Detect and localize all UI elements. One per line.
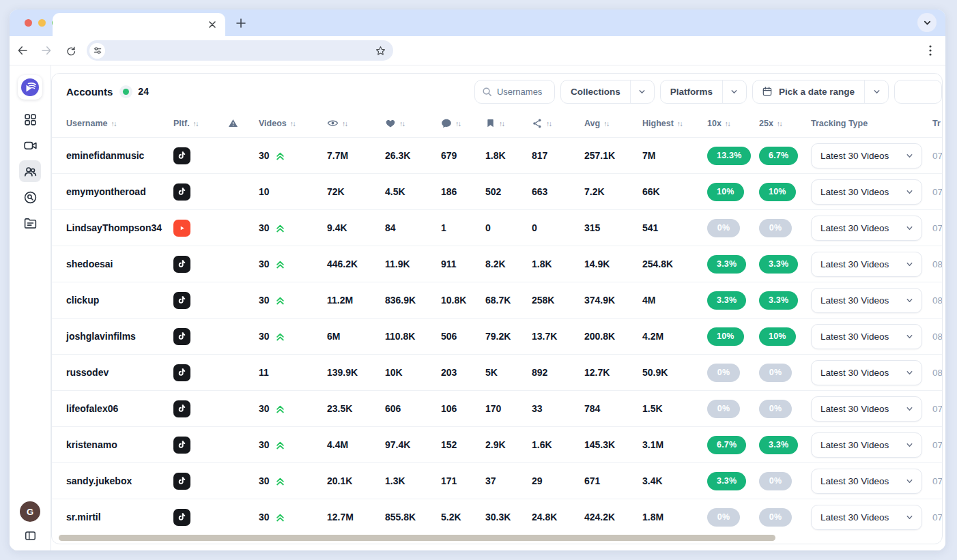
chevron-down-icon[interactable] [723, 87, 746, 96]
col-username[interactable]: Username↑↓ [66, 119, 173, 128]
col-10x[interactable]: 10x↑↓ [707, 119, 759, 128]
col-videos[interactable]: Videos↑↓ [259, 119, 327, 128]
reload-icon[interactable] [61, 41, 80, 60]
horizontal-scrollbar[interactable] [59, 535, 775, 541]
table-row[interactable]: LindsayThompson34 30 9.4K 84 1 0 0 315 5… [52, 209, 942, 246]
sort-icon[interactable]: ↑↓ [725, 119, 730, 128]
tracking-type-select[interactable]: Latest 30 Videos [811, 505, 922, 530]
table-row[interactable]: sr.mirtil 30 12.7M 855.8K 5.2K 30.3K 24.… [52, 499, 942, 535]
sort-icon[interactable]: ↑↓ [455, 119, 461, 128]
sort-icon[interactable]: ↑↓ [193, 119, 199, 128]
sort-icon[interactable]: ↑↓ [546, 119, 552, 128]
chevron-down-icon[interactable] [865, 87, 888, 96]
table-row[interactable]: sandy.jukebox 30 20.1K 1.3K 171 37 29 67… [52, 462, 942, 499]
sort-icon[interactable]: ↑↓ [399, 119, 405, 128]
forward-icon[interactable] [37, 41, 56, 60]
25x-badge: 6.7% [759, 147, 798, 165]
tracking-type-select[interactable]: Latest 30 Videos [811, 252, 922, 277]
col-views[interactable]: ↑↓ [327, 117, 385, 129]
10x-badge: 0% [707, 400, 740, 418]
10x-cell: 0% [707, 508, 759, 527]
col-comments[interactable]: ↑↓ [441, 118, 485, 129]
col-highest[interactable]: Highest↑↓ [642, 119, 707, 128]
col-25x[interactable]: 25x↑↓ [759, 119, 811, 128]
25x-badge: 0% [759, 472, 792, 490]
sort-icon[interactable]: ↑↓ [777, 119, 782, 128]
usernames-search[interactable] [474, 80, 555, 104]
username-cell[interactable]: sandy.jukebox [66, 475, 173, 486]
address-bar[interactable] [87, 40, 393, 61]
25x-badge: 0% [759, 219, 792, 237]
username-cell[interactable]: LindsayThompson34 [66, 222, 173, 233]
sidebar-item-discover[interactable] [19, 186, 41, 208]
platform-cell [173, 437, 228, 454]
tracking-type-select[interactable]: Latest 30 Videos [811, 216, 922, 241]
tracking-type-cell: Latest 30 Videos [811, 432, 932, 458]
sort-icon[interactable]: ↑↓ [499, 119, 504, 128]
avg-cell: 14.9K [584, 259, 642, 269]
sort-icon[interactable]: ↑↓ [677, 119, 683, 128]
tracking-type-cell: Latest 30 Videos [811, 396, 932, 422]
clipped-button[interactable] [894, 80, 942, 104]
collapse-sidebar-icon[interactable] [24, 529, 37, 542]
col-platform[interactable]: Pltf.↑↓ [173, 119, 228, 128]
sidebar-item-collections[interactable] [19, 212, 41, 234]
username-cell[interactable]: joshglavinfilms [66, 331, 173, 342]
username-cell[interactable]: clickup [66, 295, 173, 306]
sort-icon[interactable]: ↑↓ [290, 119, 296, 128]
user-avatar[interactable]: G [20, 501, 40, 522]
site-settings-icon[interactable] [89, 43, 105, 59]
app-logo[interactable] [18, 75, 42, 100]
tab-search-chevron-button[interactable] [917, 13, 937, 32]
sidebar-item-accounts[interactable] [19, 160, 41, 182]
table-row[interactable]: eminefidanmusic 30 7.7M 26.3K 679 1.8K 8… [52, 137, 942, 173]
date-range-button[interactable]: Pick a date range [752, 80, 889, 104]
platform-cell [173, 183, 228, 201]
minimize-window-button[interactable] [38, 19, 46, 27]
username-cell[interactable]: sr.mirtil [66, 512, 173, 522]
tracking-type-select[interactable]: Latest 30 Videos [811, 143, 922, 168]
table-row[interactable]: emymyontheroad 10 72K 4.5K 186 502 663 7… [52, 173, 942, 209]
tab-close-icon[interactable] [206, 18, 218, 31]
usernames-search-input[interactable] [497, 87, 547, 97]
tracking-type-select[interactable]: Latest 30 Videos [811, 324, 922, 349]
back-icon[interactable] [13, 41, 32, 60]
chevron-down-icon[interactable] [631, 87, 654, 96]
new-tab-button[interactable] [233, 16, 248, 31]
username-cell[interactable]: shedoesai [66, 259, 173, 269]
table-row[interactable]: clickup 30 11.2M 836.9K 10.8K 68.7K 258K… [52, 282, 942, 318]
browser-tab[interactable] [53, 13, 225, 36]
table-row[interactable]: joshglavinfilms 30 6M 110.8K 506 79.2K 1… [52, 318, 942, 354]
likes-cell: 84 [385, 222, 441, 233]
col-shares[interactable]: ↑↓ [532, 118, 584, 129]
browser-menu-icon[interactable] [921, 41, 940, 60]
platforms-filter-button[interactable]: Platforms [660, 80, 747, 104]
username-cell[interactable]: emymyontheroad [66, 186, 173, 197]
sidebar-item-videos[interactable] [19, 134, 41, 156]
close-window-button[interactable] [25, 19, 32, 27]
username-cell[interactable]: russodev [66, 367, 173, 378]
sort-icon[interactable]: ↑↓ [111, 119, 116, 128]
sidebar-item-dashboard[interactable] [19, 108, 41, 130]
col-likes[interactable]: ↑↓ [385, 118, 441, 129]
collections-filter-button[interactable]: Collections [560, 80, 655, 104]
col-bookmarks[interactable]: ↑↓ [485, 118, 532, 128]
username-cell[interactable]: lifeofalex06 [66, 403, 173, 414]
tracking-type-select[interactable]: Latest 30 Videos [811, 179, 922, 205]
tracking-type-select[interactable]: Latest 30 Videos [811, 288, 922, 313]
sort-icon[interactable]: ↑↓ [603, 119, 609, 128]
tracking-type-select[interactable]: Latest 30 Videos [811, 469, 922, 494]
username-cell[interactable]: kristenamo [66, 439, 173, 450]
table-row[interactable]: russodev 11 139.9K 10K 203 5K 892 12.7K … [52, 354, 942, 390]
table-row[interactable]: lifeofalex06 30 23.5K 606 106 170 33 784… [52, 390, 942, 426]
table-row[interactable]: kristenamo 30 4.4M 97.4K 152 2.9K 1.6K 1… [52, 426, 942, 462]
tracking-type-select[interactable]: Latest 30 Videos [811, 432, 922, 458]
tracking-type-select[interactable]: Latest 30 Videos [811, 396, 922, 422]
table-row[interactable]: shedoesai 30 446.2K 11.9K 911 8.2K 1.8K … [52, 246, 942, 282]
tracking-type-select[interactable]: Latest 30 Videos [811, 360, 922, 385]
sort-icon[interactable]: ↑↓ [342, 119, 347, 128]
bookmark-star-icon[interactable] [375, 45, 386, 57]
username-cell[interactable]: eminefidanmusic [66, 150, 173, 161]
10x-cell: 10% [707, 183, 759, 201]
col-avg[interactable]: Avg↑↓ [584, 119, 642, 128]
